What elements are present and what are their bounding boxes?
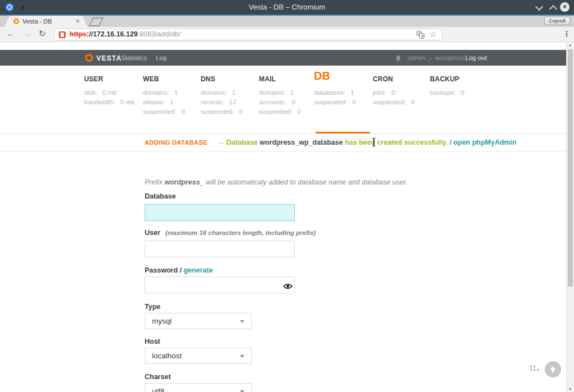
stat-row: suspended:0 [143, 108, 185, 115]
page-action-title: ADDING DATABASE [145, 139, 207, 146]
message-lead: → Database [217, 139, 258, 146]
section-tabs: USER disk:0 mb bandwidth:0 mb WEB domain… [0, 66, 566, 134]
stat-row: suspended:0 [373, 99, 415, 105]
url-scheme: https [70, 30, 87, 38]
password-input[interactable] [145, 276, 295, 293]
tab-label[interactable]: BACKUP [430, 75, 460, 83]
user-input[interactable] [145, 241, 295, 257]
stat-row: suspended:0 [259, 108, 301, 115]
stat-row: domains:1 [259, 89, 301, 96]
menu-statistics[interactable]: Statistics [121, 54, 147, 61]
password-label: Password / generate [145, 266, 213, 274]
menu-log[interactable]: Log [156, 54, 166, 61]
tab-label[interactable]: MAIL [259, 75, 276, 83]
scrollbar-down-arrow[interactable]: ▼ [568, 388, 572, 391]
stat-row: backups:0 [430, 89, 464, 96]
new-tab-button[interactable] [89, 17, 104, 26]
scroll-to-top-button[interactable] [545, 361, 561, 377]
browser-menu-icon[interactable]: ⋮ [563, 29, 571, 38]
database-label: Database [145, 192, 176, 200]
stat-row: jobs:0 [373, 89, 415, 96]
page-content: VESTA Statistics Log admin → wordpress L… [0, 42, 566, 392]
user-breadcrumb[interactable]: admin → wordpress [408, 54, 465, 61]
url-path: :8083/add/db/ [138, 30, 180, 38]
stat-row: domains:1 [201, 89, 243, 96]
stat-row: records:12 [201, 99, 243, 105]
text-cursor [372, 138, 376, 146]
address-bar[interactable]: https://172.16.16.129:8083/add/db/ ☆ [54, 29, 442, 40]
stat-row: domains:1 [143, 89, 185, 96]
forward-button[interactable]: → [23, 29, 31, 38]
arrow-up-icon [549, 366, 557, 373]
vesta-logo-icon[interactable] [85, 54, 93, 62]
host-label: Host [145, 338, 160, 345]
notifications-bell-icon[interactable] [395, 54, 401, 64]
prefix-note: Prefix wordpress_ will be automaticaly a… [145, 178, 408, 186]
type-label: Type [145, 303, 160, 311]
chevron-down-icon [240, 355, 244, 358]
bookmark-star-icon[interactable]: ☆ [429, 30, 437, 39]
back-button[interactable]: ← [7, 29, 15, 38]
window-title: Vesta - DB – Chromium [0, 3, 574, 11]
url-text[interactable]: https://172.16.16.129:8083/add/db/ [70, 30, 180, 38]
tab-label[interactable]: CRON [373, 75, 393, 83]
tab-label[interactable]: WEB [143, 75, 159, 83]
charset-label: Charset [145, 373, 171, 381]
tab-title: Vesta - DB [22, 18, 52, 25]
message-tail: has been created successfully. [345, 139, 447, 146]
tab-label[interactable]: DB [314, 70, 330, 82]
reload-button[interactable]: ↻ [39, 29, 46, 39]
window-close-button[interactable]: × [560, 2, 570, 12]
phpmyadmin-link[interactable]: open phpMyAdmin [453, 139, 517, 146]
show-password-eye-icon[interactable] [283, 282, 293, 292]
scrollbar-up-arrow[interactable]: ▲ [568, 43, 572, 47]
prefix-value: wordpress_ [164, 178, 203, 186]
logout-link[interactable]: Log out [465, 54, 487, 61]
vesta-header: VESTA Statistics Log admin → wordpress L… [0, 50, 566, 66]
vesta-brand[interactable]: VESTA [96, 54, 122, 62]
stat-row: suspended:0 [201, 108, 243, 115]
tab-label[interactable]: USER [84, 75, 103, 83]
chevron-down-icon [240, 320, 244, 323]
translate-icon[interactable] [416, 31, 424, 41]
page-scrollbar[interactable]: ▲ ▼ [566, 42, 574, 392]
insecure-page-icon[interactable] [59, 31, 66, 38]
host-select[interactable]: localhost [145, 348, 252, 364]
browser-tab[interactable]: Vesta - DB × [4, 16, 87, 27]
tab-strip: Vesta - DB × Сергей [0, 16, 574, 27]
stat-row: accounts:0 [259, 99, 301, 105]
database-name: wordpress_wp_database [260, 139, 343, 146]
database-input[interactable] [145, 204, 295, 221]
message-separator: / [450, 139, 451, 146]
url-host: ://172.16.16.129 [87, 30, 138, 38]
stat-row: suspended:0 [314, 99, 356, 105]
success-message: → Database wordpress_wp_database has bee… [217, 139, 516, 146]
tab-label[interactable]: DNS [201, 75, 215, 83]
user-label: User(maximum 16 characters length, inclu… [145, 229, 316, 237]
browser-toolbar: ← → ↻ https://172.16.16.129:8083/add/db/… [0, 27, 574, 42]
user-hint: (maximum 16 characters length, including… [165, 229, 316, 236]
vesta-favicon-icon [13, 19, 19, 24]
stat-row: bandwidth:0 mb [84, 99, 135, 105]
window-titlebar: Vesta - DB – Chromium × [0, 0, 574, 15]
scrollbar-thumb[interactable] [568, 49, 573, 287]
stat-row: disk:0 mb [84, 89, 135, 96]
stat-row: databases:1 [314, 89, 356, 96]
stat-row: aliases:1 [143, 99, 185, 105]
resize-dots-icon [530, 366, 539, 371]
type-select[interactable]: mysql [145, 313, 252, 329]
profile-button[interactable]: Сергей [544, 17, 570, 25]
status-row: ADDING DATABASE → Database wordpress_wp_… [0, 133, 566, 152]
generate-link[interactable]: generate [183, 266, 212, 274]
charset-select[interactable]: utf8 [145, 383, 252, 392]
tab-close-icon[interactable]: × [76, 17, 80, 25]
